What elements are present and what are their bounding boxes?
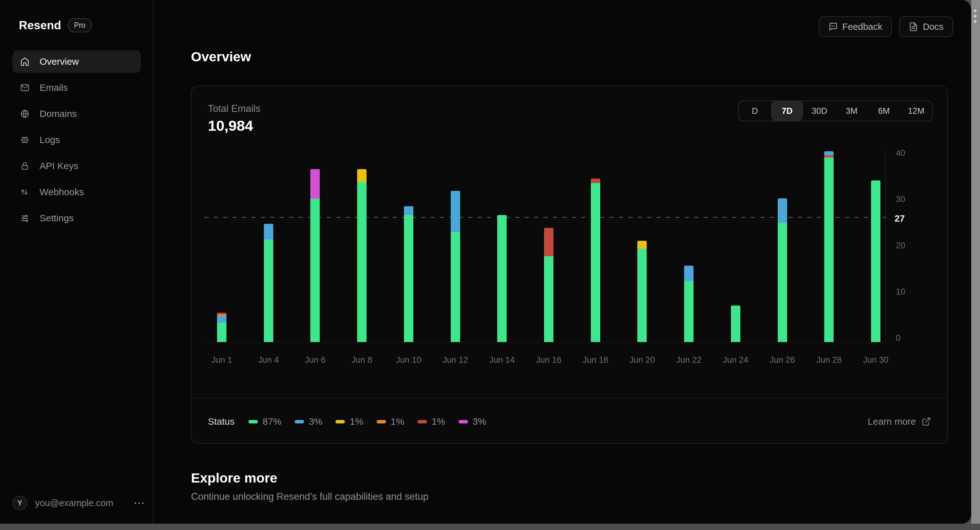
- range-option-d[interactable]: D: [739, 101, 771, 121]
- sliders-icon: [20, 214, 30, 223]
- legend-entries: 87%3%1%1%1%3%: [248, 416, 486, 427]
- sidebar-item-label: Settings: [40, 213, 73, 223]
- globe-icon: [20, 109, 30, 118]
- stat-value: 10,984: [208, 117, 253, 134]
- document-icon: [909, 22, 918, 32]
- y-axis-tick: 40: [896, 148, 905, 158]
- sidebar-item-emails[interactable]: Emails: [13, 77, 141, 99]
- legend-swatch-green: [248, 420, 258, 423]
- legend-entry-yellow: 1%: [336, 416, 363, 427]
- legend-percentage: 3%: [473, 416, 486, 427]
- sidebar-item-webhooks[interactable]: Webhooks: [13, 181, 141, 203]
- x-axis-label: Jun 6: [291, 355, 339, 365]
- threshold-dashed-line: [204, 217, 886, 218]
- sidebar-nav: OverviewEmailsDomainsLogsAPI KeysWebhook…: [13, 50, 141, 233]
- range-option-30d[interactable]: 30D: [803, 101, 835, 121]
- x-axis-line: [204, 342, 885, 343]
- bar-segment-red: [591, 179, 600, 183]
- feedback-button[interactable]: Feedback: [819, 16, 892, 37]
- sidebar-item-domains[interactable]: Domains: [13, 102, 141, 125]
- bar-segment-blue: [217, 316, 226, 322]
- legend-swatch-red: [417, 420, 427, 423]
- bar-segment-green: [591, 183, 600, 342]
- legend-percentage: 1%: [350, 416, 363, 427]
- legend-entry-orange: 1%: [377, 416, 404, 427]
- emails-bar-chart: Jun 1Jun 4Jun 6Jun 8Jun 10Jun 12Jun 14Ju…: [192, 86, 948, 444]
- y-axis-tick: 30: [896, 195, 905, 204]
- bar-segment-green: [310, 199, 320, 342]
- feedback-button-label: Feedback: [842, 22, 882, 32]
- home-icon: [20, 57, 30, 66]
- bar-segment-blue: [778, 198, 787, 223]
- top-actions: Feedback Docs: [819, 16, 953, 37]
- range-option-12m[interactable]: 12M: [900, 101, 932, 121]
- user-row[interactable]: Y you@example.com ⋯: [13, 495, 148, 511]
- bar-segment-green: [778, 223, 787, 342]
- logs-icon: [20, 135, 30, 145]
- bar-segment-green: [217, 322, 226, 342]
- legend-entry-magenta: 3%: [458, 416, 486, 427]
- legend-percentage: 87%: [262, 416, 282, 427]
- sidebar-item-overview[interactable]: Overview: [13, 50, 141, 73]
- user-menu-ellipsis-icon[interactable]: ⋯: [134, 500, 148, 506]
- x-axis-label: Jun 26: [759, 355, 806, 365]
- external-link-icon: [921, 417, 931, 426]
- x-axis-label: Jun 10: [385, 355, 432, 365]
- bar-segment-yellow: [357, 169, 367, 182]
- sidebar-item-logs[interactable]: Logs: [13, 129, 141, 151]
- bar-segment-green: [637, 249, 647, 342]
- app-window: Resend Pro OverviewEmailsDomainsLogsAPI …: [0, 0, 971, 524]
- sidebar-item-api-keys[interactable]: API Keys: [13, 155, 141, 177]
- range-option-7d[interactable]: 7D: [771, 101, 803, 121]
- logo-row: Resend Pro: [19, 18, 92, 32]
- stat-label: Total Emails: [208, 103, 260, 115]
- x-axis-label: Jun 30: [852, 355, 899, 365]
- range-option-6m[interactable]: 6M: [868, 101, 900, 121]
- legend-entry-blue: 3%: [294, 416, 322, 427]
- learn-more-label: Learn more: [868, 416, 916, 427]
- bar-segment-green: [871, 180, 880, 342]
- bar-segment-yellow: [637, 241, 647, 249]
- chat-bubble-icon: [828, 22, 838, 32]
- time-range-selector: D7D30D3M6M12M: [738, 101, 933, 121]
- x-axis-label: Jun 1: [198, 355, 245, 365]
- bar-segment-orange: [217, 314, 226, 316]
- legend-swatch-magenta: [458, 420, 468, 423]
- legend-percentage: 3%: [309, 416, 322, 427]
- sidebar: Resend Pro OverviewEmailsDomainsLogsAPI …: [0, 0, 153, 524]
- x-axis-label: Jun 8: [338, 355, 385, 365]
- bar-segment-green: [544, 256, 554, 342]
- sidebar-item-settings[interactable]: Settings: [13, 207, 141, 230]
- y-axis-tick: 20: [896, 241, 905, 251]
- threshold-value-label: 27: [894, 214, 905, 224]
- x-axis-label: Jun 12: [432, 355, 479, 365]
- x-axis-label: Jun 20: [619, 355, 666, 365]
- page-title: Overview: [191, 49, 251, 64]
- x-axis-label: Jun 4: [245, 355, 292, 365]
- bar-segment-blue: [451, 191, 460, 232]
- sidebar-item-label: Overview: [40, 56, 79, 67]
- docs-button[interactable]: Docs: [899, 16, 953, 37]
- y-axis-tick: 10: [896, 287, 905, 297]
- legend-percentage: 1%: [431, 416, 445, 427]
- bar-segment-green: [451, 232, 460, 342]
- grip-dot: [974, 10, 977, 12]
- bar-segment-green: [357, 182, 367, 342]
- lock-icon: [20, 161, 30, 171]
- sidebar-divider: [153, 0, 153, 524]
- learn-more-link[interactable]: Learn more: [868, 416, 931, 427]
- screen: Resend Pro OverviewEmailsDomainsLogsAPI …: [0, 0, 980, 530]
- legend-entry-green: 87%: [248, 416, 282, 427]
- legend-title: Status: [208, 416, 235, 427]
- bar-segment-green: [824, 158, 834, 342]
- bar-segment-green: [404, 215, 414, 342]
- legend-swatch-blue: [294, 420, 304, 423]
- plan-badge: Pro: [68, 18, 92, 32]
- user-email: you@example.com: [35, 498, 134, 508]
- bar-segment-blue: [684, 266, 694, 281]
- card-footer: Status 87%3%1%1%1%3% Learn more: [192, 399, 947, 444]
- sidebar-item-label: Emails: [40, 82, 68, 93]
- range-option-3m[interactable]: 3M: [835, 101, 868, 121]
- avatar[interactable]: Y: [13, 496, 27, 510]
- x-axis-label: Jun 16: [525, 355, 572, 365]
